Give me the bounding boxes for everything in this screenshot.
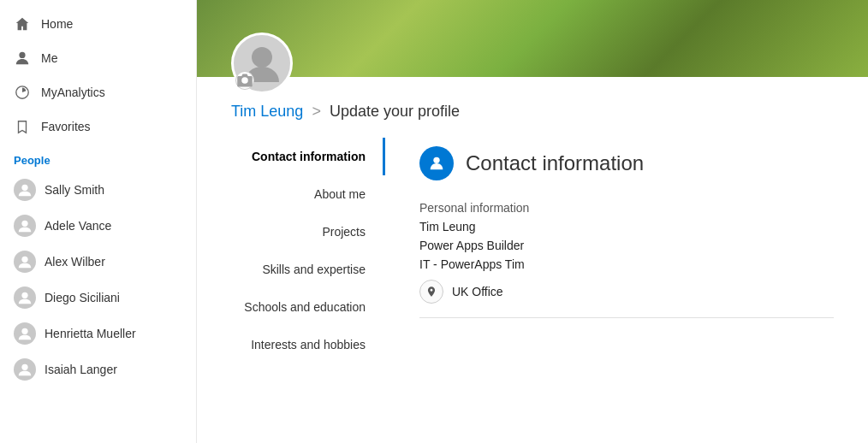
sidebar: Home Me MyAnalytics Favorites People Sal…	[0, 0, 197, 443]
info-department: IT - PowerApps Tim	[419, 257, 834, 271]
svg-point-6	[21, 328, 27, 334]
person-name: Sally Smith	[45, 183, 104, 197]
svg-point-0	[19, 52, 25, 58]
info-name: Tim Leung	[419, 220, 834, 233]
sidebar-favorites-label: Favorites	[41, 120, 91, 133]
location-icon	[419, 280, 443, 304]
sidebar-person-2[interactable]: Alex Wilber	[0, 244, 196, 280]
main-content: Tim Leung > Update your profile Contact …	[197, 0, 868, 443]
profile-avatar	[231, 32, 293, 94]
avatar	[14, 215, 36, 237]
profile-nav-schools[interactable]: Schools and education	[197, 288, 385, 326]
location-text: UK Office	[452, 285, 503, 298]
svg-point-4	[21, 257, 27, 263]
avatar	[14, 358, 36, 381]
avatar	[14, 322, 36, 345]
svg-point-8	[252, 47, 272, 68]
svg-point-9	[433, 157, 439, 163]
sidebar-person-5[interactable]: Isaiah Langer	[0, 351, 196, 387]
person-name: Henrietta Mueller	[45, 327, 136, 340]
bookmark-icon	[14, 118, 31, 135]
content-row: Contact information About me Projects Sk…	[197, 129, 868, 443]
person-icon	[14, 50, 31, 67]
profile-nav-interests[interactable]: Interests and hobbies	[197, 326, 385, 363]
person-name: Adele Vance	[45, 219, 111, 233]
person-name: Diego Siciliani	[45, 291, 120, 304]
svg-point-3	[21, 221, 27, 227]
sidebar-item-myanalytics[interactable]: MyAnalytics	[0, 75, 196, 109]
profile-nav-contact[interactable]: Contact information	[197, 138, 385, 175]
info-role: Power Apps Builder	[419, 239, 834, 252]
divider	[419, 317, 834, 318]
sidebar-myanalytics-label: MyAnalytics	[41, 86, 105, 99]
panel-title: Contact information	[466, 151, 644, 175]
sidebar-me-label: Me	[41, 51, 57, 65]
person-name: Alex Wilber	[45, 255, 105, 269]
sidebar-person-4[interactable]: Henrietta Mueller	[0, 316, 196, 351]
avatar	[14, 286, 36, 309]
panel-icon-circle	[419, 146, 454, 180]
profile-header: Tim Leung > Update your profile	[197, 77, 868, 129]
sidebar-person-0[interactable]: Sally Smith	[0, 172, 196, 208]
person-name: Isaiah Langer	[45, 363, 117, 376]
svg-point-5	[21, 292, 27, 298]
section-label: Personal information	[419, 201, 834, 215]
home-icon	[14, 15, 31, 32]
sidebar-item-favorites[interactable]: Favorites	[0, 109, 196, 144]
avatar	[14, 251, 36, 273]
panel-header: Contact information	[419, 146, 834, 180]
sidebar-item-home[interactable]: Home	[0, 7, 196, 41]
profile-nav-skills[interactable]: Skills and expertise	[197, 251, 385, 288]
profile-nav-projects[interactable]: Projects	[197, 213, 385, 251]
avatar	[14, 179, 36, 201]
location-row: UK Office	[419, 280, 834, 304]
svg-point-7	[21, 364, 27, 370]
sidebar-person-3[interactable]: Diego Siciliani	[0, 280, 196, 316]
profile-nav: Contact information About me Projects Sk…	[197, 129, 385, 443]
profile-banner	[197, 0, 868, 77]
breadcrumb-separator: >	[312, 103, 321, 121]
profile-avatar-wrapper	[231, 32, 293, 94]
svg-point-2	[21, 185, 27, 191]
profile-nav-about[interactable]: About me	[197, 175, 385, 213]
page-title: Update your profile	[330, 103, 460, 121]
sidebar-item-me[interactable]: Me	[0, 41, 196, 75]
analytics-icon	[14, 84, 31, 101]
people-section-header: People	[0, 144, 196, 172]
sidebar-person-1[interactable]: Adele Vance	[0, 208, 196, 244]
profile-name-link[interactable]: Tim Leung	[231, 103, 303, 121]
camera-badge[interactable]	[235, 71, 254, 90]
sidebar-home-label: Home	[41, 17, 73, 31]
profile-panel: Contact information Personal information…	[385, 129, 868, 443]
